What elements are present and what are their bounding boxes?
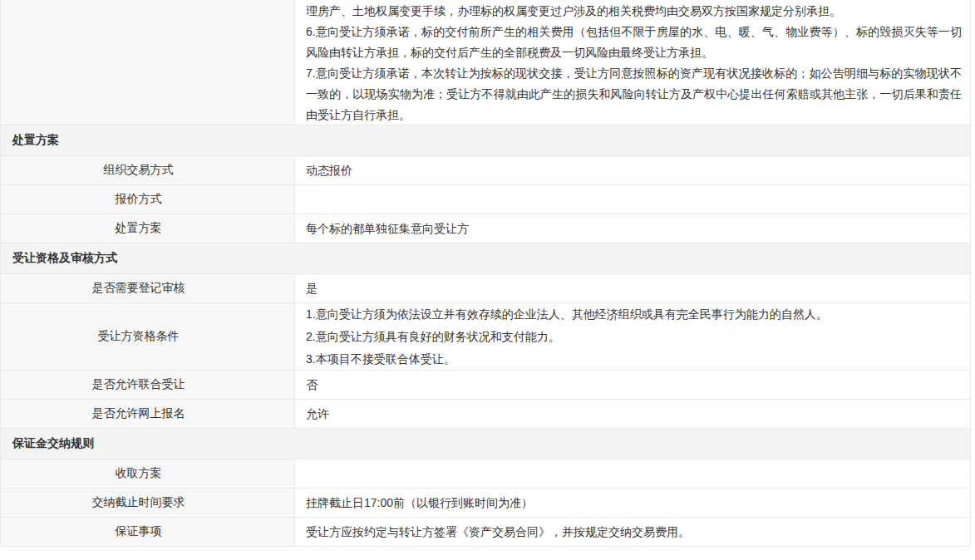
table-row-continuation: 理房产、土地权属变更手续，办理标的权属变更过户涉及的相关税费均由交易双方按国家规… <box>1 0 970 125</box>
row-value-text: 动态报价 <box>306 163 962 178</box>
terms-paragraph: 7.意向受让方须承诺，本次转让为按标的现状交接，受让方同意按照标的资产现有状况接… <box>306 63 962 125</box>
table-row-disposal-plan: 处置方案 每个标的都单独征集意向受让方 <box>1 214 970 243</box>
row-label: 组织交易方式 <box>1 156 295 184</box>
row-label: 是否允许联合受让 <box>1 371 295 399</box>
row-value-text: 挂牌截止日17:00前（以银行到账时间为准） <box>306 495 962 510</box>
row-value-text: 受让方应按约定与转让方签署《资产交易合同》，并按规定交纳交易费用。 <box>306 524 962 539</box>
row-label-empty <box>1 0 295 125</box>
row-value-text: 允许 <box>306 406 962 421</box>
table-row-registration-review: 是否需要登记审核 是 <box>1 274 970 303</box>
row-value-text: 是 <box>306 281 962 296</box>
row-value <box>295 185 970 214</box>
row-value: 挂牌截止日17:00前（以银行到账时间为准） <box>295 489 970 517</box>
table-row-collection-plan: 收取方案 <box>1 459 970 489</box>
row-label: 处置方案 <box>1 214 295 243</box>
section-title: 受让资格及审核方式 <box>12 251 117 266</box>
table-row-qualification-conditions: 受让方资格条件 1.意向受让方须为依法设立并有效存续的企业法人、其他经济组织或具… <box>1 303 970 371</box>
row-label: 保证事项 <box>1 518 295 546</box>
row-value <box>295 459 970 488</box>
asset-listing-detail-table: 理房产、土地权属变更手续，办理标的权属变更过户涉及的相关税费均由交易双方按国家规… <box>0 0 971 547</box>
row-value-transfer-terms: 理房产、土地权属变更手续，办理标的权属变更过户涉及的相关税费均由交易双方按国家规… <box>295 0 970 125</box>
section-title: 处置方案 <box>12 133 59 148</box>
row-value: 每个标的都单独征集意向受让方 <box>295 214 970 243</box>
table-row-quote-method: 报价方式 <box>1 185 970 214</box>
table-row-joint-transfer: 是否允许联合受让 否 <box>1 371 970 400</box>
section-header-transferee-qualification: 受让资格及审核方式 <box>1 243 970 274</box>
row-label: 是否需要登记审核 <box>1 274 295 302</box>
row-label: 受让方资格条件 <box>1 303 295 370</box>
table-row-online-signup: 是否允许网上报名 允许 <box>1 400 970 429</box>
qualification-line: 3.本项目不接受联合体受让。 <box>306 348 962 371</box>
row-label: 是否允许网上报名 <box>1 400 295 428</box>
section-title: 保证金交纳规则 <box>12 436 94 451</box>
table-row-payment-deadline: 交纳截止时间要求 挂牌截止日17:00前（以银行到账时间为准） <box>1 489 970 518</box>
row-label: 报价方式 <box>1 185 295 214</box>
qualification-line: 1.意向受让方须为依法设立并有效存续的企业法人、其他经济组织或具有完全民事行为能… <box>306 303 962 326</box>
table-row-guarantee-matters: 保证事项 受让方应按约定与转让方签署《资产交易合同》，并按规定交纳交易费用。 <box>1 518 970 547</box>
terms-paragraph: 6.意向受让方须承诺，标的交付前所产生的相关费用（包括但不限于房屋的水、电、暖、… <box>306 22 962 63</box>
row-value: 否 <box>295 371 970 399</box>
row-value: 是 <box>295 274 970 302</box>
row-value: 动态报价 <box>295 156 970 184</box>
row-value-text: 否 <box>306 377 962 392</box>
section-header-disposal-plan: 处置方案 <box>1 125 970 156</box>
section-header-deposit-rules: 保证金交纳规则 <box>1 429 970 459</box>
terms-paragraph: 理房产、土地权属变更手续，办理标的权属变更过户涉及的相关税费均由交易双方按国家规… <box>306 1 962 22</box>
table-row-trade-method: 组织交易方式 动态报价 <box>1 156 970 185</box>
row-label: 交纳截止时间要求 <box>1 489 295 517</box>
row-value: 受让方应按约定与转让方签署《资产交易合同》，并按规定交纳交易费用。 <box>295 518 970 546</box>
row-value: 1.意向受让方须为依法设立并有效存续的企业法人、其他经济组织或具有完全民事行为能… <box>295 303 970 370</box>
row-value-text: 每个标的都单独征集意向受让方 <box>306 221 962 236</box>
row-label: 收取方案 <box>1 459 295 488</box>
qualification-line: 2.意向受让方须具有良好的财务状况和支付能力。 <box>306 326 962 348</box>
row-value: 允许 <box>295 400 970 428</box>
